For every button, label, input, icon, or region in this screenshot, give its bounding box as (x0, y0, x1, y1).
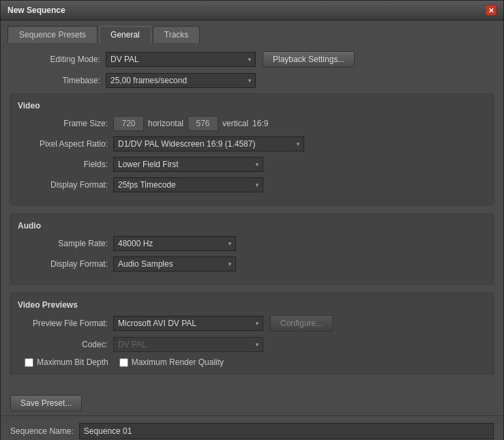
editing-mode-select-wrap: DV PAL (106, 52, 256, 67)
video-display-format-select[interactable]: 25fps Timecode (113, 177, 263, 192)
audio-section-title: Audio (18, 221, 486, 231)
close-button[interactable]: ✕ (486, 5, 496, 16)
fields-select[interactable]: Lower Field First (113, 157, 263, 172)
sequence-name-label: Sequence Name: (10, 426, 74, 436)
frame-height-input[interactable] (188, 116, 218, 131)
sequence-name-row: Sequence Name: (1, 415, 503, 440)
checkbox-row: Maximum Bit Depth Maximum Render Quality (25, 357, 486, 367)
video-previews-title: Video Previews (18, 300, 486, 310)
aspect-ratio-label: 16:9 (252, 119, 268, 128)
audio-section: Audio Sample Rate: 48000 Hz Display Form… (10, 214, 494, 284)
max-render-quality-label[interactable]: Maximum Render Quality (119, 357, 224, 367)
dialog-title: New Sequence (8, 5, 65, 15)
audio-display-format-select-wrap: Audio Samples (113, 256, 236, 272)
playback-settings-button[interactable]: Playback Settings... (263, 51, 355, 68)
new-sequence-dialog: New Sequence ✕ Sequence Presets General … (0, 0, 504, 440)
sample-rate-label: Sample Rate: (18, 239, 113, 248)
fields-label: Fields: (18, 160, 113, 169)
preview-file-format-select-wrap: Microsoft AVI DV PAL (113, 316, 263, 331)
video-section: Video Frame Size: horizontal vertical 16… (10, 93, 494, 205)
timebase-label: Timebase: (10, 76, 106, 85)
max-bit-depth-label[interactable]: Maximum Bit Depth (25, 357, 108, 367)
tab-tracks[interactable]: Tracks (153, 26, 201, 43)
tab-bar: Sequence Presets General Tracks (1, 20, 503, 43)
video-display-format-select-wrap: 25fps Timecode (113, 177, 263, 192)
video-display-format-label: Display Format: (18, 180, 113, 190)
video-previews-section: Video Previews Preview File Format: Micr… (10, 293, 494, 375)
sample-rate-select-wrap: 48000 Hz (113, 236, 236, 251)
tab-sequence-presets[interactable]: Sequence Presets (8, 26, 98, 43)
sequence-name-input[interactable] (79, 423, 494, 439)
pixel-aspect-ratio-row: Pixel Aspect Ratio: D1/DV PAL Widescreen… (18, 136, 486, 151)
video-section-title: Video (18, 101, 486, 111)
preview-file-format-select[interactable]: Microsoft AVI DV PAL (113, 316, 263, 331)
codec-select[interactable]: DV PAL (113, 337, 263, 352)
frame-size-label: Frame Size: (18, 119, 113, 128)
preview-file-format-row: Preview File Format: Microsoft AVI DV PA… (18, 315, 486, 332)
sample-rate-select[interactable]: 48000 Hz (113, 236, 236, 251)
vertical-label: vertical (222, 119, 248, 128)
editing-mode-row: Editing Mode: DV PAL Playback Settings..… (10, 51, 494, 68)
frame-size-row: Frame Size: horizontal vertical 16:9 (18, 116, 486, 131)
pixel-aspect-ratio-select[interactable]: D1/DV PAL Widescreen 16:9 (1.4587) (113, 136, 304, 151)
pixel-aspect-ratio-label: Pixel Aspect Ratio: (18, 139, 113, 149)
audio-display-format-select[interactable]: Audio Samples (113, 256, 236, 272)
max-render-quality-checkbox[interactable] (119, 358, 128, 367)
configure-button[interactable]: Configure... (270, 315, 333, 332)
timebase-select-wrap: 25,00 frames/second (106, 73, 256, 88)
timebase-select[interactable]: 25,00 frames/second (106, 73, 256, 88)
preview-file-format-label: Preview File Format: (18, 319, 113, 328)
tab-general[interactable]: General (99, 26, 151, 43)
frame-width-input[interactable] (113, 116, 144, 131)
frame-size-inputs: horizontal vertical 16:9 (113, 116, 268, 131)
title-bar: New Sequence ✕ (1, 1, 503, 20)
audio-display-format-row: Display Format: Audio Samples (18, 256, 486, 272)
codec-select-wrap: DV PAL (113, 337, 263, 352)
fields-select-wrap: Lower Field First (113, 157, 263, 172)
audio-display-format-label: Display Format: (18, 259, 113, 269)
horizontal-label: horizontal (148, 119, 183, 128)
video-display-format-row: Display Format: 25fps Timecode (18, 177, 486, 192)
pixel-aspect-ratio-select-wrap: D1/DV PAL Widescreen 16:9 (1.4587) (113, 136, 304, 151)
save-preset-button[interactable]: Save Preset... (10, 395, 82, 411)
save-preset-row: Save Preset... (1, 391, 503, 415)
codec-row: Codec: DV PAL (18, 337, 486, 352)
timebase-row: Timebase: 25,00 frames/second (10, 73, 494, 88)
editing-mode-label: Editing Mode: (10, 55, 106, 64)
max-bit-depth-checkbox[interactable] (25, 358, 33, 367)
fields-row: Fields: Lower Field First (18, 157, 486, 172)
sample-rate-row: Sample Rate: 48000 Hz (18, 236, 486, 251)
content-area: Editing Mode: DV PAL Playback Settings..… (1, 43, 503, 391)
codec-label: Codec: (18, 340, 113, 349)
editing-mode-select[interactable]: DV PAL (106, 52, 256, 67)
